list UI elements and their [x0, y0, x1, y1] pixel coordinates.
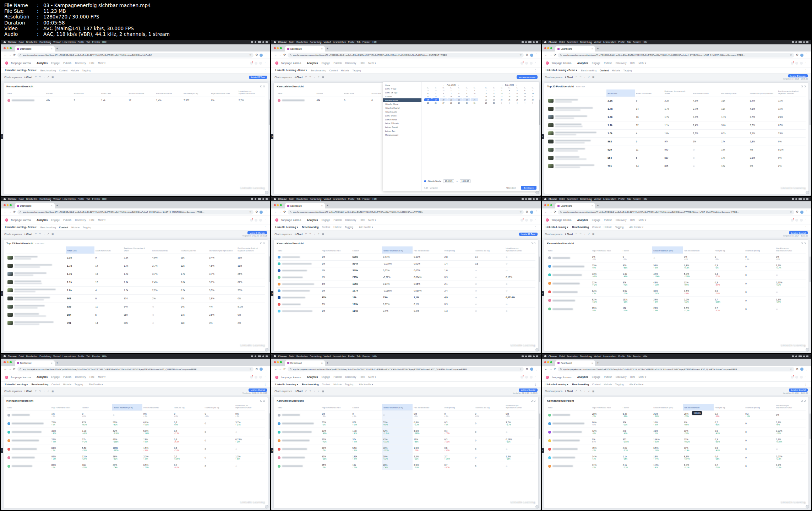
- grid-icon[interactable]: ▦: [51, 390, 54, 393]
- nav-item-analytics[interactable]: Analytics: [577, 62, 588, 65]
- column-header[interactable]: Follower-Wachstum (in %): [382, 404, 413, 411]
- tab-close-icon[interactable]: ×: [592, 362, 593, 364]
- header-menu-icon[interactable]: ⋮: [534, 376, 537, 379]
- menubar-item-verlauf[interactable]: Verlauf: [53, 41, 60, 43]
- customize-button[interactable]: Charts anpassen: [4, 233, 22, 235]
- nav-item-engage[interactable]: Engage: [321, 62, 330, 65]
- floating-help-button[interactable]: [806, 348, 809, 352]
- minimize-window-icon[interactable]: [277, 204, 279, 206]
- customize-button[interactable]: Charts anpassen: [545, 233, 562, 235]
- address-bar[interactable]: app.fanpagekarma.com/dashboard?f=de5psFX…: [288, 367, 524, 371]
- notifications-icon[interactable]: [250, 376, 253, 379]
- help-icon[interactable]: [255, 376, 257, 379]
- column-header[interactable]: Page Performance Index: [50, 404, 81, 411]
- column-header[interactable]: Reichweite pro Tag: [204, 404, 234, 411]
- column-header[interactable]: Follower-Wachstum (in %): [652, 404, 683, 411]
- subnav-tab-tagging[interactable]: Tagging: [352, 69, 361, 72]
- calendar-day[interactable]: 31: [447, 89, 455, 92]
- column-header[interactable]: Posts pro Tag: [443, 246, 474, 253]
- menubar-item-fenster[interactable]: Fenster: [363, 198, 370, 200]
- menubar-item-tab[interactable]: Tab: [86, 41, 90, 43]
- minimize-window-icon[interactable]: [547, 361, 549, 363]
- calendar-day[interactable]: 29: [432, 89, 440, 92]
- back-icon[interactable]: ←: [4, 368, 7, 371]
- apps-icon[interactable]: [800, 219, 803, 222]
- menubar-item-verlauf[interactable]: Verlauf: [594, 198, 601, 200]
- column-header[interactable]: Name: [6, 404, 50, 411]
- keyboard-icon[interactable]: [792, 41, 794, 43]
- table-row[interactable]: 92%↑ 13%131k↑ 29%29%↑ 32%2,5%↑ 22%2,7↑ 1…: [277, 453, 535, 462]
- menubar-item-tab[interactable]: Tab: [357, 41, 360, 43]
- nav-item-hilfe[interactable]: Hilfe: [360, 219, 365, 222]
- nav-item-mehr[interactable]: Mehr ▾: [98, 62, 105, 65]
- subnav-tab-content[interactable]: Content: [329, 69, 338, 72]
- menubar-item-datei[interactable]: Datei: [19, 355, 24, 358]
- nav-item-publish[interactable]: Publish: [604, 62, 612, 65]
- menubar-item-darstellung[interactable]: Darstellung: [39, 355, 51, 358]
- menubar-item-fenster[interactable]: Fenster: [363, 41, 370, 43]
- table-row[interactable]: 92%16k15%1,1%4,9⊘0,0014%: [277, 294, 535, 301]
- redo-icon[interactable]: ↷: [310, 390, 311, 393]
- site-info-icon[interactable]: [20, 211, 21, 213]
- menubar-item-fenster[interactable]: Fenster: [633, 198, 641, 200]
- notifications-icon[interactable]: [791, 376, 794, 379]
- undo-icon[interactable]: ↶: [305, 233, 307, 235]
- site-info-icon[interactable]: [290, 368, 291, 370]
- column-header[interactable]: Name: [277, 89, 315, 96]
- column-header[interactable]: Post-Kommentar-Anteil mit negativem Sent…: [777, 89, 806, 96]
- browser-tab[interactable]: Dashboard ×: [555, 360, 595, 366]
- column-header[interactable]: Reichweite pro Tag: [744, 246, 775, 253]
- notifications-icon[interactable]: [791, 62, 794, 65]
- customize-button[interactable]: Charts anpassen: [4, 76, 22, 78]
- menubar-item-profile[interactable]: Profile: [618, 41, 625, 43]
- extensions-icon[interactable]: ⚙: [796, 368, 799, 371]
- nav-item-hilfe[interactable]: Hilfe: [89, 219, 94, 222]
- expand-icon[interactable]: [801, 243, 803, 244]
- nav-item-publish[interactable]: Publish: [604, 219, 612, 222]
- menubar-item-fenster[interactable]: Fenster: [633, 355, 641, 358]
- scrollbar[interactable]: [269, 99, 270, 125]
- subnav-tab-benchmarking[interactable]: Benchmarking: [40, 69, 56, 72]
- column-header[interactable]: Post-Kommentar-Anteil mit negativem Sent…: [236, 246, 265, 253]
- notifications-icon[interactable]: [250, 219, 253, 222]
- app-logo-text[interactable]: fanpage karma: [11, 376, 31, 379]
- help-icon[interactable]: [525, 219, 528, 222]
- calendar-day[interactable]: 3: [471, 89, 478, 92]
- calendar-day[interactable]: 5: [432, 92, 440, 95]
- nav-item-discovery[interactable]: Discovery: [345, 376, 356, 379]
- datepicker-preset-gestern[interactable]: Gestern: [383, 94, 421, 98]
- site-info-icon[interactable]: [20, 368, 21, 370]
- menubar-item-bearbeiten[interactable]: Bearbeiten: [567, 41, 578, 43]
- customize-button[interactable]: Charts anpassen: [545, 390, 562, 392]
- column-header[interactable]: Post-Interaktionsrate: [142, 404, 173, 411]
- forward-icon[interactable]: →: [279, 54, 282, 56]
- share-icon[interactable]: ↗: [317, 390, 319, 393]
- column-header[interactable]: Interaktionen pro Impressionen/Aufrufe: [775, 404, 806, 411]
- apps-icon[interactable]: [259, 62, 262, 65]
- workspace-menu-icon[interactable]: ⋮: [264, 383, 266, 386]
- calendar-day[interactable]: 17: [498, 96, 505, 98]
- datepicker-preset-aktuelle-woche[interactable]: Aktuelle Woche: [383, 98, 421, 102]
- table-row[interactable]: 1.7k161.7k3,7%1.7k3,7%25%: [6, 270, 265, 278]
- workspace-menu-icon[interactable]: ⋮: [264, 69, 266, 72]
- grid-icon[interactable]: ▦: [592, 233, 594, 235]
- address-bar[interactable]: app.fanpagekarma.com/dashboard?f=e7G1DS8…: [558, 53, 794, 58]
- forward-icon[interactable]: →: [279, 368, 282, 371]
- column-header[interactable]: Posts pro Tag: [714, 246, 744, 253]
- menubar-item-darstellung[interactable]: Darstellung: [580, 198, 592, 200]
- nav-item-engage[interactable]: Engage: [592, 219, 600, 222]
- search-icon[interactable]: [803, 355, 805, 357]
- profile-avatar[interactable]: [800, 368, 803, 371]
- table-row[interactable]: 0%± 0%322↑ 1,6k%1,6k%↑ 602%11%↑ 602%0,3↑…: [547, 436, 806, 445]
- reload-icon[interactable]: ⟳: [283, 368, 286, 371]
- subnav-tab-tagging[interactable]: Tagging: [615, 226, 624, 229]
- calendar-day[interactable]: 22: [483, 98, 490, 101]
- maximize-window-icon[interactable]: [10, 361, 12, 363]
- nav-item-engage[interactable]: Engage: [592, 62, 600, 65]
- apps-icon[interactable]: [800, 376, 803, 379]
- scrollbar[interactable]: [810, 99, 811, 125]
- apple-menu-icon[interactable]: [274, 41, 276, 43]
- close-window-icon[interactable]: [4, 47, 6, 49]
- datepicker-preset-aktuelles-jahr[interactable]: Aktuelles Jahr: [383, 110, 421, 114]
- window-controls[interactable]: [544, 47, 552, 49]
